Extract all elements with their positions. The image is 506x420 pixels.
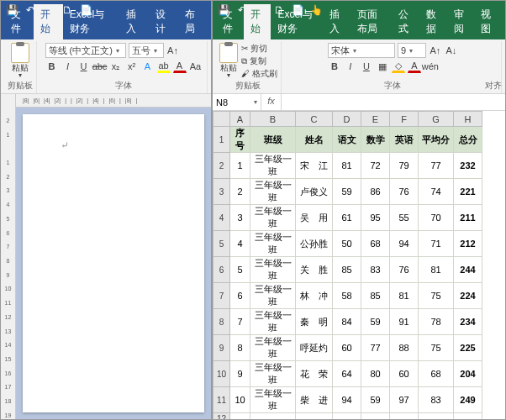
col-header-D[interactable]: D <box>333 112 361 127</box>
cell[interactable]: 94 <box>333 387 361 413</box>
cell[interactable]: 77 <box>361 335 390 361</box>
col-header-F[interactable]: F <box>390 112 419 127</box>
cell[interactable]: 三年级一班 <box>250 179 296 205</box>
cell[interactable]: 74 <box>419 179 454 205</box>
tab-home[interactable]: 开始 <box>244 4 271 39</box>
cell[interactable]: 三年级一班 <box>250 153 296 179</box>
cell[interactable]: 3 <box>230 205 250 231</box>
select-all-corner[interactable] <box>213 112 230 127</box>
bold-icon[interactable]: B <box>328 60 341 73</box>
tab-design[interactable]: 设计 <box>149 4 178 39</box>
cell[interactable]: 三年级一班 <box>250 361 296 387</box>
cell[interactable]: 公孙胜 <box>296 231 333 257</box>
row-header-5[interactable]: 5 <box>213 231 230 257</box>
paste-button[interactable]: 粘贴 ▾ <box>11 43 29 80</box>
col-header-E[interactable]: E <box>361 112 390 127</box>
cell[interactable]: 94 <box>390 231 419 257</box>
cell[interactable]: 关 胜 <box>296 257 333 283</box>
cell[interactable]: 244 <box>454 257 482 283</box>
row-header-11[interactable]: 11 <box>213 387 230 413</box>
row-header-9[interactable]: 9 <box>213 335 230 361</box>
format-painter-button[interactable]: 🖌 格式刷 <box>241 68 277 80</box>
cell[interactable]: 83 <box>419 387 454 413</box>
cell[interactable]: 85 <box>333 257 361 283</box>
header-cell[interactable]: 平均分 <box>419 127 454 153</box>
col-header-C[interactable]: C <box>296 112 333 127</box>
cell[interactable]: 68 <box>361 231 390 257</box>
name-box[interactable]: N8▾ <box>213 94 261 110</box>
cell[interactable]: 97 <box>390 387 419 413</box>
header-cell[interactable]: 数学 <box>361 127 390 153</box>
cell[interactable] <box>296 413 333 420</box>
row-header-7[interactable]: 7 <box>213 283 230 309</box>
italic-icon[interactable]: I <box>61 60 75 73</box>
paste-button[interactable]: 粘贴 ▾ <box>219 43 238 80</box>
cell[interactable]: 76 <box>390 257 419 283</box>
cell[interactable] <box>390 413 419 420</box>
copy-button[interactable]: ⧉ 复制 <box>241 55 277 67</box>
spreadsheet-grid[interactable]: ABCDEFGH1序号班级姓名语文数学英语平均分总分21三年级一班宋 江8172… <box>213 111 505 419</box>
cell[interactable]: 224 <box>454 283 482 309</box>
cell[interactable]: 80 <box>361 361 390 387</box>
tab-home[interactable]: 开始 <box>34 4 63 39</box>
tab-view[interactable]: 视图 <box>474 4 502 39</box>
header-cell[interactable]: 序号 <box>230 127 250 153</box>
cell[interactable]: 234 <box>454 309 482 335</box>
row-header-2[interactable]: 2 <box>213 153 230 179</box>
cell[interactable]: 三年级一班 <box>250 205 296 231</box>
cell[interactable]: 58 <box>333 283 361 309</box>
cell[interactable]: 花 荣 <box>296 361 333 387</box>
row-header-10[interactable]: 10 <box>213 361 230 387</box>
cell[interactable]: 79 <box>390 153 419 179</box>
cell[interactable] <box>361 413 390 420</box>
formula-bar[interactable] <box>282 94 505 110</box>
row-header-12[interactable]: 12 <box>213 413 230 420</box>
cell[interactable]: 64 <box>333 361 361 387</box>
cell[interactable]: 三年级一班 <box>250 257 296 283</box>
col-header-B[interactable]: B <box>250 112 296 127</box>
header-cell[interactable]: 姓名 <box>296 127 333 153</box>
row-header-1[interactable]: 1 <box>213 127 230 153</box>
cell[interactable]: 三年级一班 <box>250 335 296 361</box>
tab-excel-finance[interactable]: Excel与财务 <box>271 4 323 39</box>
cell[interactable] <box>230 413 250 420</box>
grow-font-icon[interactable]: A↑ <box>429 44 442 57</box>
cell[interactable]: 221 <box>454 179 482 205</box>
header-cell[interactable]: 总分 <box>454 127 482 153</box>
cell[interactable]: 卢俊义 <box>296 179 333 205</box>
phonetic-icon[interactable]: wén <box>424 60 437 73</box>
cell[interactable]: 三年级一班 <box>250 387 296 413</box>
cell[interactable]: 秦 明 <box>296 309 333 335</box>
underline-icon[interactable]: U <box>360 60 373 73</box>
font-color-icon[interactable]: A <box>408 60 421 73</box>
cell[interactable]: 204 <box>454 361 482 387</box>
tab-file[interactable]: 文件 <box>216 4 244 39</box>
cell[interactable]: 225 <box>454 335 482 361</box>
cell[interactable]: 5 <box>230 257 250 283</box>
text-effects-icon[interactable]: A <box>141 60 155 73</box>
col-header-G[interactable]: G <box>419 112 454 127</box>
cell[interactable]: 75 <box>419 335 454 361</box>
cell[interactable] <box>419 413 454 420</box>
cell[interactable]: 三年级一班 <box>250 283 296 309</box>
cell[interactable]: 72 <box>361 153 390 179</box>
cell[interactable]: 75 <box>419 283 454 309</box>
header-cell[interactable]: 班级 <box>250 127 296 153</box>
cell[interactable]: 2 <box>230 179 250 205</box>
cell[interactable]: 86 <box>361 179 390 205</box>
cell[interactable]: 211 <box>454 205 482 231</box>
cell[interactable]: 呼延灼 <box>296 335 333 361</box>
cell[interactable]: 88 <box>390 335 419 361</box>
header-cell[interactable]: 英语 <box>390 127 419 153</box>
document-page[interactable]: ⤶ <box>23 114 204 412</box>
cell[interactable]: 81 <box>390 283 419 309</box>
cell[interactable]: 60 <box>390 361 419 387</box>
cell[interactable] <box>454 413 482 420</box>
cell[interactable]: 60 <box>333 335 361 361</box>
cell[interactable]: 61 <box>333 205 361 231</box>
sup-icon[interactable]: x² <box>125 60 139 73</box>
tab-page-layout[interactable]: 页面布局 <box>351 4 392 39</box>
cell[interactable]: 50 <box>333 231 361 257</box>
cell[interactable]: 70 <box>419 205 454 231</box>
col-header-A[interactable]: A <box>230 112 250 127</box>
